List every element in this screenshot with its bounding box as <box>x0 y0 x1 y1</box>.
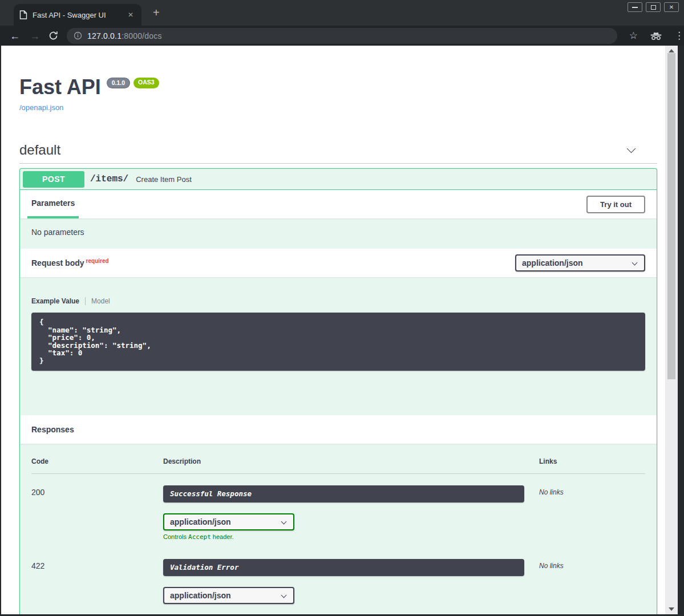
openapi-spec-link[interactable]: /openapi.json <box>19 103 63 112</box>
tab-example-value[interactable]: Example Value <box>31 297 79 305</box>
accept-header-note: Controls Accept header. <box>163 533 539 541</box>
response-description: Successful Response <box>163 485 524 502</box>
tag-divider <box>19 163 657 164</box>
response-code: 200 <box>31 485 163 541</box>
response-422-media-type-value: application/json <box>170 591 231 600</box>
responses-header: Responses <box>20 415 657 444</box>
select-chevron-icon <box>281 592 287 598</box>
window-controls: ✕ <box>628 2 679 12</box>
badges: 0.1.0 OAS3 <box>107 78 159 88</box>
scrollbar-thumb[interactable] <box>667 53 675 379</box>
reload-button[interactable] <box>48 31 58 40</box>
request-body-media-type-select[interactable]: application/json <box>515 254 645 271</box>
api-info: Fast API 0.1.0 OAS3 <box>19 76 657 99</box>
parameters-header: Parameters Try it out <box>20 190 657 218</box>
scroll-up-arrow[interactable] <box>669 49 674 52</box>
address-bar[interactable]: 127.0.0.1:8000/docs <box>67 28 617 44</box>
response-links: No links <box>539 559 645 614</box>
page-favicon-icon <box>19 10 27 19</box>
select-chevron-icon <box>281 518 287 524</box>
operation-summary-text: Create Item Post <box>136 175 192 184</box>
page-scrollbar[interactable] <box>665 46 678 614</box>
tab-parameters[interactable]: Parameters <box>27 190 79 218</box>
chevron-down-icon[interactable] <box>627 144 636 153</box>
response-code: 422 <box>31 559 163 614</box>
tab-divider <box>85 297 86 305</box>
select-chevron-icon <box>632 260 638 266</box>
column-code: Code <box>31 457 163 465</box>
browser-tab[interactable]: Fast API - Swagger UI ✕ <box>14 4 141 26</box>
example-model-tabs: Example Value Model <box>31 297 645 305</box>
response-200-media-type-value: application/json <box>170 517 231 526</box>
operation-path: /items/ <box>90 174 128 184</box>
url-host: 127.0.0.1 <box>87 31 122 40</box>
tab-model[interactable]: Model <box>91 297 110 305</box>
request-example-code: { "name": "string", "price": 0, "descrip… <box>31 313 645 371</box>
bookmark-star-icon[interactable]: ☆ <box>629 30 638 42</box>
response-row-422: 422 Validation Error application/json Ex… <box>31 548 645 614</box>
tag-name: default <box>19 142 60 158</box>
request-body-header: Request bodyrequired application/json <box>20 249 657 277</box>
version-badge: 0.1.0 <box>107 78 130 88</box>
page-content: Fast API 0.1.0 OAS3 /openapi.json defaul… <box>1 46 665 614</box>
request-body-label: Request body <box>31 258 84 268</box>
url-path: :8000/docs <box>122 31 162 40</box>
page-title: Fast API <box>19 76 101 99</box>
operation-summary[interactable]: POST /items/ Create Item Post <box>20 169 657 190</box>
tab-title: Fast API - Swagger UI <box>33 11 126 19</box>
column-links: Links <box>539 457 645 465</box>
response-422-media-type-select[interactable]: application/json <box>163 587 294 604</box>
request-body-media-type-value: application/json <box>522 258 583 268</box>
required-label: required <box>86 258 109 264</box>
parameters-label: Parameters <box>31 198 75 208</box>
response-row-200: 200 Successful Response application/json… <box>31 474 645 541</box>
response-description: Validation Error <box>163 559 524 576</box>
tab-close-icon[interactable]: ✕ <box>126 10 136 20</box>
titlebar: Fast API - Swagger UI ✕ + ✕ <box>0 0 684 26</box>
scroll-down-arrow[interactable] <box>669 607 674 611</box>
tag-default-row[interactable]: default <box>19 139 657 161</box>
browser-menu-icon[interactable]: ⋮ <box>674 30 684 42</box>
response-200-media-type-select[interactable]: application/json <box>163 513 294 530</box>
responses-table-header: Code Description Links <box>31 457 645 474</box>
try-it-out-button[interactable]: Try it out <box>586 196 645 213</box>
forward-button[interactable]: → <box>30 31 40 41</box>
minimize-button[interactable] <box>628 2 642 12</box>
oas3-badge: OAS3 <box>133 78 159 88</box>
browser-toolbar: ← → 127.0.0.1:8000/docs ☆ ⋮ <box>0 26 684 46</box>
back-button[interactable]: ← <box>10 31 20 41</box>
maximize-icon <box>651 5 656 10</box>
opblock-post-items: POST /items/ Create Item Post Parameters… <box>19 168 657 614</box>
new-tab-button[interactable]: + <box>149 6 163 19</box>
incognito-icon[interactable] <box>650 31 662 40</box>
maximize-button[interactable] <box>646 2 661 12</box>
close-icon: ✕ <box>669 4 674 10</box>
minimize-icon <box>632 7 638 8</box>
column-description: Description <box>163 457 539 465</box>
response-links: No links <box>539 485 645 541</box>
url-text: 127.0.0.1:8000/docs <box>87 31 162 40</box>
responses-label: Responses <box>31 425 74 434</box>
close-button[interactable]: ✕ <box>664 2 679 12</box>
method-badge: POST <box>23 171 84 188</box>
site-info-icon[interactable] <box>74 31 82 40</box>
no-parameters-text: No parameters <box>20 218 657 249</box>
